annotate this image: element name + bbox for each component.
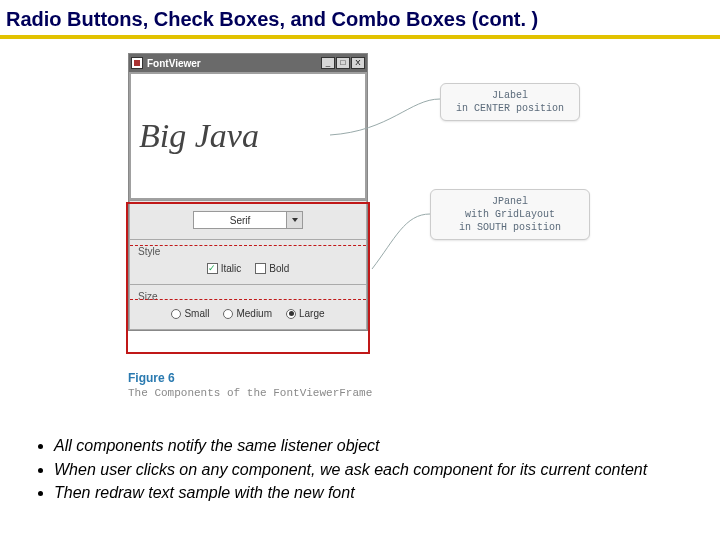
south-panel: Serif Style ✓ Italic Bold — [129, 200, 367, 330]
slide-title: Radio Buttons, Check Boxes, and Combo Bo… — [0, 0, 720, 35]
callout-jpanel: JPanel with GridLayout in SOUTH position — [430, 189, 590, 240]
maximize-icon[interactable]: □ — [336, 57, 350, 69]
figure-description: The Components of the FontViewerFrame — [128, 387, 372, 399]
callout-line: JLabel — [451, 89, 569, 102]
callout-line: with GridLayout — [441, 208, 579, 221]
font-family-combo[interactable]: Serif — [193, 211, 303, 229]
minimize-icon[interactable]: _ — [321, 57, 335, 69]
bold-checkbox[interactable]: Bold — [255, 263, 289, 274]
bold-checkbox-label: Bold — [269, 263, 289, 274]
large-radio-label: Large — [299, 308, 325, 319]
radio-icon — [171, 309, 181, 319]
medium-radio[interactable]: Medium — [223, 308, 272, 319]
radio-icon — [286, 309, 296, 319]
small-radio-label: Small — [184, 308, 209, 319]
bullet-list: All components notify the same listener … — [36, 435, 690, 506]
bullet-item: Then redraw text sample with the new fon… — [54, 482, 690, 504]
callout-jlabel: JLabel in CENTER position — [440, 83, 580, 121]
app-icon — [131, 57, 143, 69]
title-underline — [0, 35, 720, 39]
chevron-down-icon[interactable] — [286, 212, 302, 228]
font-sample-label: Big Java — [139, 117, 259, 155]
italic-checkbox-label: Italic — [221, 263, 242, 274]
callout-line: in SOUTH position — [441, 221, 579, 234]
font-family-row: Serif — [129, 201, 367, 240]
figure-area: FontViewer _ □ X Big Java Serif Style — [0, 49, 720, 409]
small-radio[interactable]: Small — [171, 308, 209, 319]
combo-selected-text: Serif — [194, 215, 286, 226]
figure-number: Figure 6 — [128, 371, 175, 385]
large-radio[interactable]: Large — [286, 308, 325, 319]
font-sample-panel: Big Java — [129, 72, 367, 200]
bullet-item: All components notify the same listener … — [54, 435, 690, 457]
fontviewer-window: FontViewer _ □ X Big Java Serif Style — [128, 53, 368, 331]
checkbox-icon: ✓ — [207, 263, 218, 274]
bullet-item: When user clicks on any component, we as… — [54, 459, 690, 481]
window-title: FontViewer — [147, 58, 201, 69]
style-label: Style — [138, 246, 358, 257]
radio-icon — [223, 309, 233, 319]
size-row: Size Small Medium Large — [129, 285, 367, 330]
callout-line: in CENTER position — [451, 102, 569, 115]
style-row: Style ✓ Italic Bold — [129, 240, 367, 285]
figure-caption: Figure 6 The Components of the FontViewe… — [128, 371, 372, 399]
titlebar-left: FontViewer — [131, 57, 201, 69]
checkbox-icon — [255, 263, 266, 274]
window-titlebar: FontViewer _ □ X — [129, 54, 367, 72]
italic-checkbox[interactable]: ✓ Italic — [207, 263, 242, 274]
window-buttons: _ □ X — [321, 57, 365, 69]
close-icon[interactable]: X — [351, 57, 365, 69]
medium-radio-label: Medium — [236, 308, 272, 319]
callout-line: JPanel — [441, 195, 579, 208]
size-label: Size — [138, 291, 358, 302]
